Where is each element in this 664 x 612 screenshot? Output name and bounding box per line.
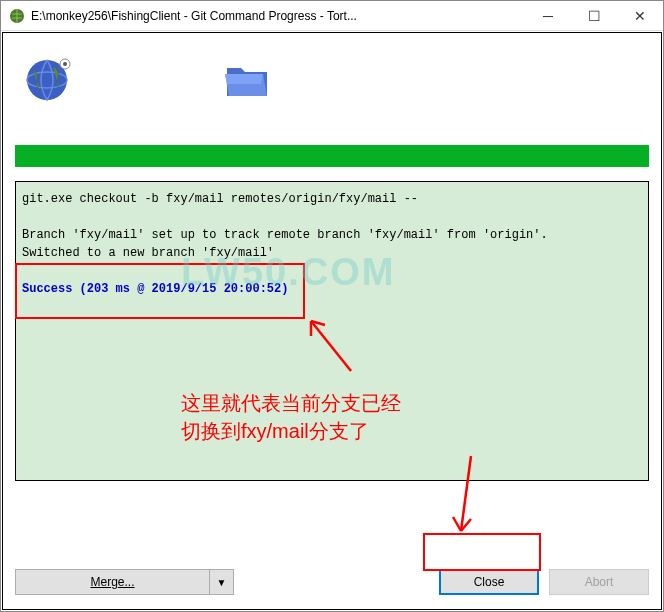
close-button[interactable]: Close xyxy=(439,569,539,595)
output-log[interactable]: git.exe checkout -b fxy/mail remotes/ori… xyxy=(15,181,649,481)
maximize-button[interactable]: ☐ xyxy=(571,1,617,30)
log-line: Switched to a new branch 'fxy/mail' xyxy=(22,244,642,262)
minimize-button[interactable]: ─ xyxy=(525,1,571,30)
button-row: Merge... ▼ Close Abort xyxy=(15,569,649,595)
svg-point-4 xyxy=(63,62,67,66)
log-line: Branch 'fxy/mail' set up to track remote… xyxy=(22,226,642,244)
globe-icon xyxy=(25,56,73,104)
merge-button-group: Merge... ▼ xyxy=(15,569,234,595)
window-title: E:\monkey256\FishingClient - Git Command… xyxy=(31,9,525,23)
merge-button[interactable]: Merge... xyxy=(15,569,210,595)
icon-row xyxy=(15,45,649,115)
merge-dropdown-button[interactable]: ▼ xyxy=(210,569,234,595)
window-controls: ─ ☐ ✕ xyxy=(525,1,663,30)
titlebar: E:\monkey256\FishingClient - Git Command… xyxy=(1,1,663,31)
log-line: git.exe checkout -b fxy/mail remotes/ori… xyxy=(22,190,642,208)
dialog-content: git.exe checkout -b fxy/mail remotes/ori… xyxy=(2,32,662,610)
log-line xyxy=(22,208,642,226)
app-icon xyxy=(9,8,25,24)
folder-icon xyxy=(223,60,271,100)
progress-bar xyxy=(15,145,649,167)
log-success: Success (203 ms @ 2019/9/15 20:00:52) xyxy=(22,280,642,298)
close-window-button[interactable]: ✕ xyxy=(617,1,663,30)
log-line xyxy=(22,262,642,280)
abort-button[interactable]: Abort xyxy=(549,569,649,595)
